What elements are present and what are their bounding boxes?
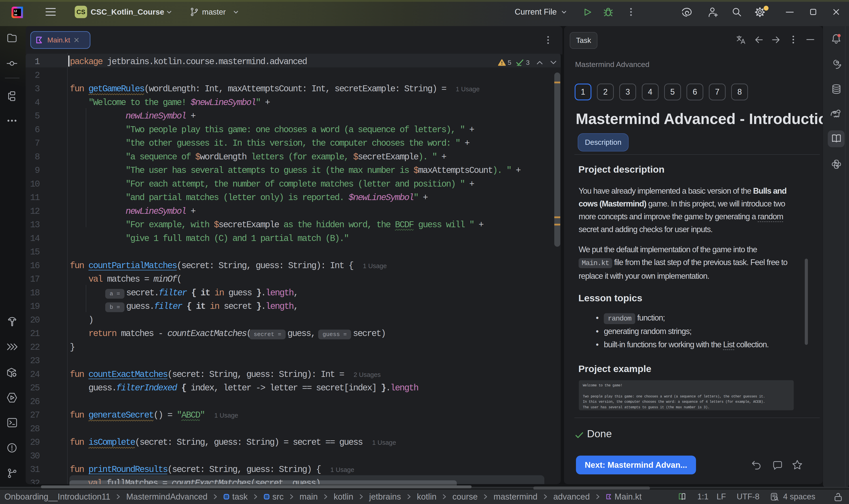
svg-text:IJ: IJ — [14, 9, 17, 13]
